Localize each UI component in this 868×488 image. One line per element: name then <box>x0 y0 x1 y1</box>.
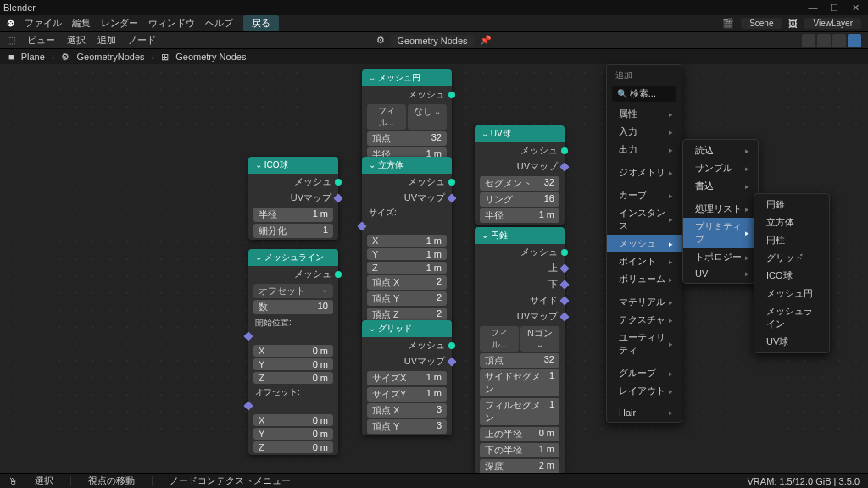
menu-item-cylinder[interactable]: 円柱 <box>754 231 829 249</box>
menu-item-uv-sphere[interactable]: UV球 <box>754 333 829 351</box>
toolbar-select[interactable]: 選択 <box>67 34 86 47</box>
field-subdivisions[interactable]: 細分化1 <box>253 224 333 238</box>
menu-item-ico-sphere[interactable]: ICO球 <box>754 267 829 285</box>
node-header[interactable]: グリッド <box>362 320 452 337</box>
field-verts-x[interactable]: 頂点 X3 <box>367 403 447 418</box>
node-header[interactable]: ICO球 <box>248 157 338 174</box>
node-ico-sphere[interactable]: ICO球 メッシュ UVマップ 半径1 m 細分化1 <box>248 157 338 240</box>
field-vertices[interactable]: 頂点32 <box>480 353 559 368</box>
menu-item-cube[interactable]: 立方体 <box>754 214 829 231</box>
toolbar-view[interactable]: ビュー <box>27 34 55 47</box>
menu-item-hair[interactable]: Hair▸ <box>607 405 682 420</box>
breadcrumb-object[interactable]: Plane <box>21 52 45 62</box>
menu-item-point[interactable]: ポイント▸ <box>607 252 682 270</box>
menu-item-primitives[interactable]: プリミティブ▸ <box>683 218 758 248</box>
menu-item-read[interactable]: 読込▸ <box>683 141 758 159</box>
node-mesh-line[interactable]: メッシュライン メッシュ オフセット 数10 開始位置: X0 m Y0 m Z… <box>248 249 338 455</box>
maximize-button[interactable]: ☐ <box>825 3 843 14</box>
node-tree-selector[interactable]: Geometry Nodes <box>390 35 474 47</box>
menu-item-mesh-line[interactable]: メッシュライン <box>754 302 829 333</box>
node-cone[interactable]: 円錐 メッシュ 上 下 サイド UVマップ フィル...Nゴン ⌄ 頂点32 サ… <box>475 227 565 475</box>
menu-item-texture[interactable]: テクスチャ▸ <box>607 311 682 329</box>
menu-item-sample[interactable]: サンプル▸ <box>683 159 758 177</box>
dropdown-fill[interactable]: なし ⌄ <box>408 104 447 130</box>
overlay-toggle-3[interactable] <box>832 34 846 47</box>
menu-item-group[interactable]: グループ▸ <box>607 364 682 382</box>
menu-item-operations[interactable]: 処理リスト▸ <box>683 200 758 218</box>
toolbar-node[interactable]: ノード <box>128 34 156 47</box>
field-size-y[interactable]: サイズY1 m <box>367 387 447 402</box>
menu-render[interactable]: レンダー <box>101 17 138 30</box>
field-size-y[interactable]: Y1 m <box>367 248 447 260</box>
menu-item-uv[interactable]: UV▸ <box>683 266 758 281</box>
menu-item-topology[interactable]: トポロジー▸ <box>683 248 758 266</box>
field-start-x[interactable]: X0 m <box>253 345 333 357</box>
menu-item-instance[interactable]: インスタンス▸ <box>607 204 682 235</box>
field-verts-x[interactable]: 頂点 X2 <box>367 275 447 290</box>
menu-item-cone[interactable]: 円錐 <box>754 196 829 214</box>
menu-item-curve[interactable]: カーブ▸ <box>607 186 682 204</box>
field-size-z[interactable]: Z1 m <box>367 262 447 274</box>
menu-help[interactable]: ヘルプ <box>205 17 233 30</box>
node-mesh-circle[interactable]: メッシュ円 メッシュ フィル...なし ⌄ 頂点32 半径1 m <box>362 69 452 164</box>
field-offset-z[interactable]: Z0 m <box>253 441 333 453</box>
menu-item-layout[interactable]: レイアウト▸ <box>607 382 682 400</box>
menu-item-output[interactable]: 出力▸ <box>607 141 682 158</box>
breadcrumb-modifier[interactable]: GeometryNodes <box>76 52 144 62</box>
menu-edit[interactable]: 編集 <box>72 17 91 30</box>
field-rings[interactable]: リング16 <box>480 192 559 207</box>
menu-item-geometry[interactable]: ジオメトリ▸ <box>607 164 682 181</box>
minimize-button[interactable]: — <box>804 3 822 13</box>
dropdown-fill[interactable]: Nゴン ⌄ <box>520 326 559 352</box>
field-size-x[interactable]: サイズX1 m <box>367 371 447 385</box>
node-uv-sphere[interactable]: UV球 メッシュ UVマップ セグメント32 リング16 半径1 m <box>475 125 565 225</box>
menu-item-volume[interactable]: ボリューム▸ <box>607 270 682 288</box>
toolbar-add[interactable]: 追加 <box>97 34 116 47</box>
field-fill-segments[interactable]: フィルセグメン1 <box>480 398 559 425</box>
overlay-toggle-4[interactable] <box>848 34 861 47</box>
menu-item-input[interactable]: 入力▸ <box>607 123 682 141</box>
field-offset-y[interactable]: Y0 m <box>253 428 333 440</box>
node-header[interactable]: 円錐 <box>475 227 565 244</box>
field-count[interactable]: 数10 <box>253 300 333 314</box>
menu-file[interactable]: ファイル <box>25 17 62 30</box>
node-canvas[interactable]: ICO球 メッシュ UVマップ 半径1 m 細分化1 メッシュライン メッシュ … <box>0 64 868 473</box>
close-button[interactable]: ✕ <box>846 3 865 14</box>
menu-item-material[interactable]: マテリアル▸ <box>607 293 682 311</box>
pin-icon[interactable]: 📌 <box>480 35 492 46</box>
viewlayer-selector[interactable]: ViewLayer <box>804 18 861 29</box>
overlay-toggle-1[interactable] <box>802 34 815 47</box>
field-radius-bottom[interactable]: 下の半径1 m <box>480 443 559 458</box>
node-header[interactable]: メッシュライン <box>248 249 338 266</box>
field-start-z[interactable]: Z0 m <box>253 372 333 384</box>
field-radius[interactable]: 半径1 m <box>480 208 559 223</box>
menu-search[interactable]: 🔍 検索... <box>612 86 676 102</box>
field-side-segments[interactable]: サイドセグメン1 <box>480 369 559 396</box>
node-cube[interactable]: 立方体 メッシュ UVマップ サイズ: X1 m Y1 m Z1 m 頂点 X2… <box>362 157 452 324</box>
editor-type-icon[interactable]: ⬚ <box>7 35 15 46</box>
menu-item-utility[interactable]: ユーティリティ▸ <box>607 329 682 359</box>
field-radius-top[interactable]: 上の半径0 m <box>480 427 559 441</box>
field-verts-y[interactable]: 頂点 Y3 <box>367 419 447 434</box>
overlay-toggle-2[interactable] <box>817 34 831 47</box>
menu-item-grid[interactable]: グリッド <box>754 249 829 267</box>
node-header[interactable]: 立方体 <box>362 157 452 174</box>
scene-selector[interactable]: Scene <box>741 18 782 29</box>
dropdown-mode[interactable]: オフセット <box>253 284 333 298</box>
menu-item-mesh[interactable]: メッシュ▸ <box>607 235 682 252</box>
menu-item-mesh-circle[interactable]: メッシュ円 <box>754 285 829 302</box>
menu-window[interactable]: ウィンドウ <box>148 17 195 30</box>
field-start-y[interactable]: Y0 m <box>253 358 333 370</box>
field-vertices[interactable]: 頂点32 <box>367 131 447 146</box>
node-header[interactable]: メッシュ円 <box>362 69 452 86</box>
field-size-x[interactable]: X1 m <box>367 235 447 247</box>
menu-item-write[interactable]: 書込▸ <box>683 177 758 195</box>
node-grid[interactable]: グリッド メッシュ UVマップ サイズX1 m サイズY1 m 頂点 X3 頂点… <box>362 320 452 435</box>
field-offset-x[interactable]: X0 m <box>253 414 333 426</box>
field-verts-y[interactable]: 頂点 Y2 <box>367 291 447 306</box>
node-header[interactable]: UV球 <box>475 125 565 142</box>
field-segments[interactable]: セグメント32 <box>480 176 559 191</box>
menu-item-attribute[interactable]: 属性▸ <box>607 105 682 123</box>
breadcrumb-tree[interactable]: Geometry Nodes <box>175 52 246 62</box>
field-depth[interactable]: 深度2 m <box>480 459 559 474</box>
